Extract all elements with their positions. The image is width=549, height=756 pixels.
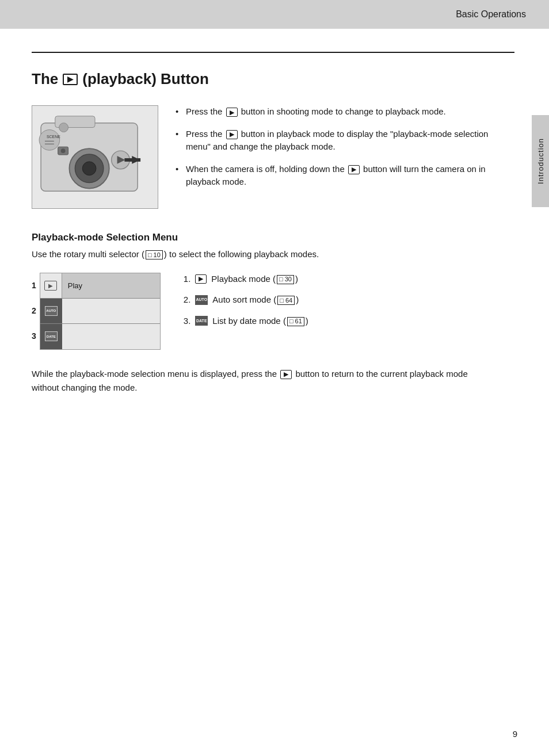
mode-number-3: 3. [184,315,191,328]
mode-item-2: 2. AUTO Auto sort mode (□ 64) [184,293,514,307]
svg-point-3 [39,130,60,151]
svg-point-10 [59,123,68,132]
mode-icon-date: DATE [195,316,208,326]
mode-icon-play: ▶ [195,274,207,284]
bullet-item-2: Press the ▶ button in playback mode to d… [176,128,514,154]
section-heading: Playback-mode Selection Menu [32,232,514,243]
menu-number-2: 2 [32,298,36,323]
svg-rect-16 [124,158,140,162]
playback-icon-2: ▶ [226,130,238,139]
side-tab: Introduction [532,115,549,207]
menu-icon-date: DATE [40,324,62,349]
menu-row-3[interactable]: DATE [40,324,160,349]
menu-label-auto [62,299,160,323]
selection-area: 1 2 3 ▶ Play AUTO [32,273,514,350]
top-divider [32,52,514,53]
ref-64: □ 64 [277,296,295,305]
bottom-paragraph: While the playback-mode selection menu i… [32,367,481,395]
mode-text-3: List by date mode (□ 61) [212,315,308,328]
menu-label-date [62,324,160,349]
bullet-item-1: Press the ▶ button in shooting mode to c… [176,105,514,119]
menu-number-1: 1 [32,273,36,298]
menu-row-2[interactable]: AUTO [40,299,160,324]
playback-icon-1: ▶ [226,108,238,117]
header-title: Basic Operations [456,9,526,20]
section-subtext: Use the rotary multi selector (□ 10) to … [32,248,514,261]
playback-icon-bottom: ▶ [280,370,292,379]
mode-text-2: Auto sort mode (□ 64) [212,293,299,307]
bullet-item-3: When the camera is off, holding down the… [176,163,514,189]
mode-number-2: 2. [184,293,191,307]
mode-icon-auto: AUTO [195,295,208,305]
page-title: The ▶ (playback) Button [32,70,514,88]
title-suffix: (playback) Button [82,70,209,88]
menu-icon-auto: AUTO [40,299,62,323]
menu-icon-play: ▶ [40,273,62,298]
playback-icon-3: ▶ [348,165,360,174]
side-tab-label: Introduction [536,138,545,184]
ref-30: □ 30 [277,275,294,284]
mode-item-1: 1. ▶ Playback mode (□ 30) [184,273,514,286]
title-prefix: The [32,70,58,88]
camera-image: SCENE [32,105,158,209]
menu-grid: ▶ Play AUTO DATE [40,273,161,350]
playback-icon-title: ▶ [63,74,78,85]
header-bar: Basic Operations [0,0,549,29]
bullet-list: Press the ▶ button in shooting mode to c… [176,105,514,198]
menu-mockup-section: 1 2 3 ▶ Play AUTO [32,273,161,350]
menu-number-3: 3 [32,323,36,349]
mode-text-1: Playback mode (□ 30) [211,273,298,286]
top-section: SCENE [32,105,514,209]
mode-number-1: 1. [184,273,191,286]
menu-row-1[interactable]: ▶ Play [40,273,160,299]
book-ref-10: □ 10 [146,250,163,259]
main-content: The ▶ (playback) Button SCENE [0,29,549,418]
svg-point-12 [61,148,66,153]
mode-list: 1. ▶ Playback mode (□ 30) 2. AUTO Auto s… [184,273,514,336]
page-number: 9 [513,729,517,739]
ref-61: □ 61 [287,317,304,326]
svg-text:SCENE: SCENE [47,135,60,139]
svg-point-9 [82,162,96,175]
mode-item-3: 3. DATE List by date mode (□ 61) [184,315,514,328]
menu-label-play: Play [62,273,160,298]
